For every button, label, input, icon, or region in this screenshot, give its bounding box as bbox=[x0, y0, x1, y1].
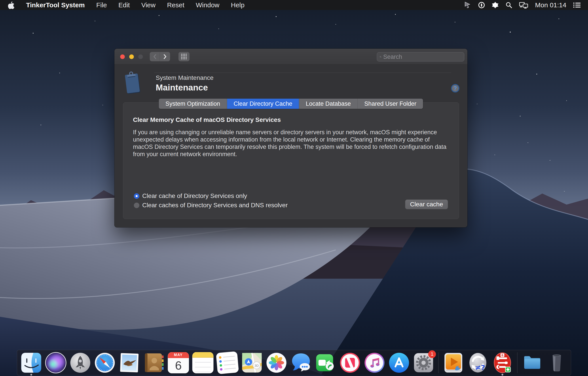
tinkertool-window: System Maintenance Maintenance ? System … bbox=[115, 49, 467, 227]
screen-tool-cursor-icon[interactable] bbox=[464, 1, 471, 9]
dock-siri-icon[interactable] bbox=[45, 352, 66, 373]
dock-downloads-folder-icon[interactable] bbox=[522, 352, 543, 373]
notification-center-icon[interactable] bbox=[573, 2, 581, 8]
desktop: TinkerTool System File Edit View Reset W… bbox=[0, 0, 588, 376]
dock: MAY 6 bbox=[17, 350, 571, 375]
dock-facetime-icon[interactable] bbox=[315, 352, 336, 373]
dock-separator bbox=[439, 352, 439, 373]
menu-edit[interactable]: Edit bbox=[118, 1, 130, 9]
pane-heading: Clear Memory Cache of macOS Directory Se… bbox=[133, 116, 281, 123]
dock-safari-icon[interactable] bbox=[94, 352, 116, 373]
dock-launchpad-icon[interactable] bbox=[70, 352, 91, 373]
spotlight-icon[interactable] bbox=[505, 1, 513, 9]
dock-app-store-icon[interactable] bbox=[388, 352, 410, 373]
pane-subtitle: System Maintenance bbox=[156, 74, 213, 81]
menu-window[interactable]: Window bbox=[196, 1, 220, 9]
minimize-button[interactable] bbox=[129, 55, 134, 59]
chevron-right-icon bbox=[164, 55, 166, 59]
tab-system-optimization[interactable]: System Optimization bbox=[159, 99, 227, 109]
dock-contacts-icon[interactable] bbox=[143, 352, 165, 373]
pane-description: If you are using changing or unreliable … bbox=[133, 129, 447, 158]
tab-shared-user-folder[interactable]: Shared User Folder bbox=[358, 99, 423, 109]
tab-locate-database[interactable]: Locate Database bbox=[299, 99, 358, 109]
search-field[interactable] bbox=[377, 52, 464, 62]
dock-photos-icon[interactable] bbox=[266, 352, 287, 373]
dock-mail-icon[interactable] bbox=[119, 352, 140, 373]
menu-reset[interactable]: Reset bbox=[167, 1, 184, 9]
dock-video-downloader-app-icon[interactable] bbox=[443, 352, 464, 373]
menu-view[interactable]: View bbox=[141, 1, 156, 9]
dock-itunes-icon[interactable] bbox=[364, 352, 385, 373]
dock-reminders-icon[interactable] bbox=[217, 352, 238, 373]
1password-icon[interactable] bbox=[478, 1, 485, 9]
show-all-panes-button[interactable] bbox=[178, 52, 189, 61]
avast-icon[interactable] bbox=[492, 1, 499, 9]
menu-file[interactable]: File bbox=[96, 1, 107, 9]
dock-trash-icon[interactable] bbox=[546, 352, 567, 373]
close-button[interactable] bbox=[120, 55, 125, 59]
search-icon bbox=[380, 54, 381, 60]
dock-finder-icon[interactable] bbox=[21, 352, 42, 373]
dock-news-icon[interactable] bbox=[339, 352, 361, 373]
apple-menu-icon[interactable] bbox=[8, 1, 15, 9]
radio-row-ds-and-dns[interactable]: Clear caches of Directory Services and D… bbox=[134, 202, 288, 209]
tinkertool-version: 6 bbox=[501, 354, 503, 357]
chevron-left-icon bbox=[154, 55, 156, 59]
clear-cache-button[interactable]: Clear cache bbox=[405, 199, 448, 209]
tab-clear-directory-cache[interactable]: Clear Directory Cache bbox=[227, 99, 299, 109]
menu-bar-clock[interactable]: Mon 01:14 bbox=[535, 1, 566, 9]
zoom-button bbox=[138, 55, 143, 59]
header-divider bbox=[154, 73, 451, 73]
radio-label: Clear caches of Directory Services and D… bbox=[142, 202, 288, 209]
active-app-name[interactable]: TinkerTool System bbox=[26, 1, 85, 9]
radio-label: Clear cache of Directory Services only bbox=[142, 192, 247, 199]
window-titlebar[interactable] bbox=[115, 49, 467, 65]
dock-sync-app-icon[interactable]: ≠? bbox=[467, 352, 489, 373]
dock-tinkertool-system-icon[interactable]: 6 bbox=[492, 352, 513, 373]
notification-badge: 1 bbox=[428, 350, 436, 358]
tab-bar: System Optimization Clear Directory Cach… bbox=[159, 99, 423, 109]
running-indicator bbox=[502, 374, 504, 376]
menu-help[interactable]: Help bbox=[231, 1, 244, 9]
forward-button[interactable] bbox=[160, 52, 170, 61]
back-button[interactable] bbox=[150, 52, 160, 61]
dock-messages-icon[interactable] bbox=[291, 352, 312, 373]
radio-row-ds-only[interactable]: Clear cache of Directory Services only bbox=[134, 192, 247, 199]
pane-content-box: Clear Memory Cache of macOS Directory Se… bbox=[123, 102, 459, 219]
grid-icon bbox=[181, 53, 187, 60]
calendar-month: MAY bbox=[168, 352, 189, 358]
dock-notes-icon[interactable] bbox=[192, 352, 214, 373]
dock-maps-icon[interactable]: 3D bbox=[242, 352, 263, 373]
pane-title: Maintenance bbox=[156, 83, 208, 92]
airplay-displays-icon[interactable] bbox=[519, 1, 528, 9]
maps-3d-badge: 3D bbox=[254, 364, 258, 367]
help-button[interactable]: ? bbox=[451, 84, 460, 92]
sync-glyph: ≠? bbox=[475, 363, 485, 372]
dock-system-preferences-icon[interactable]: 1 bbox=[413, 352, 434, 373]
calendar-day: 6 bbox=[168, 358, 189, 373]
search-input[interactable] bbox=[383, 54, 462, 60]
system-maintenance-pane-icon bbox=[123, 71, 142, 95]
radio-unselected-icon[interactable] bbox=[134, 203, 139, 208]
dock-calendar-icon[interactable]: MAY 6 bbox=[168, 352, 189, 373]
menu-bar: TinkerTool System File Edit View Reset W… bbox=[0, 0, 588, 10]
radio-selected-icon[interactable] bbox=[134, 193, 139, 199]
running-indicator bbox=[31, 374, 32, 376]
